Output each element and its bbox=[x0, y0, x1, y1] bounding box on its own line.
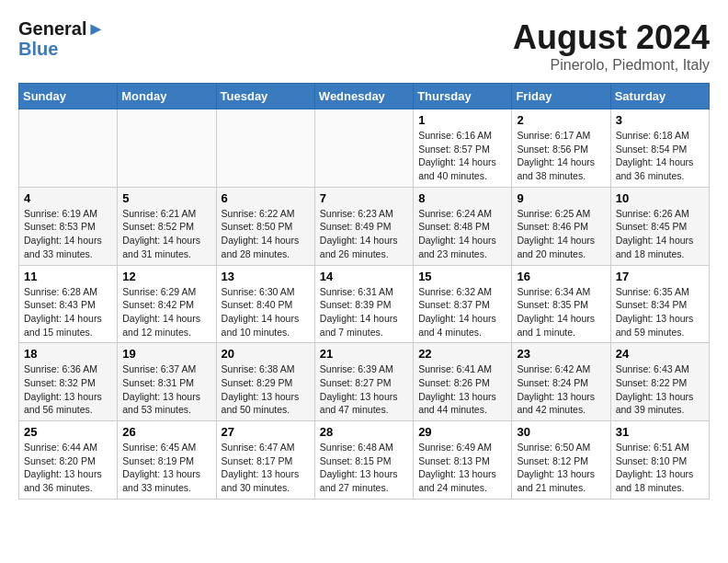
title-section: August 2024 Pinerolo, Piedmont, Italy bbox=[513, 18, 710, 74]
column-header-monday: Monday bbox=[118, 84, 216, 109]
calendar-cell: 28Sunrise: 6:48 AMSunset: 8:15 PMDayligh… bbox=[314, 421, 413, 500]
day-number: 14 bbox=[320, 270, 408, 283]
day-number: 15 bbox=[418, 270, 506, 283]
calendar-cell: 1Sunrise: 6:16 AMSunset: 8:57 PMDaylight… bbox=[414, 109, 512, 188]
column-header-saturday: Saturday bbox=[610, 84, 709, 109]
column-header-wednesday: Wednesday bbox=[314, 84, 413, 109]
day-number: 24 bbox=[616, 347, 704, 361]
day-info: Sunrise: 6:35 AMSunset: 8:34 PMDaylight:… bbox=[616, 285, 704, 339]
day-info: Sunrise: 6:41 AMSunset: 8:26 PMDaylight:… bbox=[418, 362, 506, 417]
calendar-cell bbox=[19, 109, 118, 188]
day-number: 5 bbox=[122, 191, 210, 205]
week-row: 1Sunrise: 6:16 AMSunset: 8:57 PMDaylight… bbox=[19, 109, 710, 188]
calendar-cell: 14Sunrise: 6:31 AMSunset: 8:39 PMDayligh… bbox=[314, 265, 413, 343]
week-row: 11Sunrise: 6:28 AMSunset: 8:43 PMDayligh… bbox=[19, 265, 710, 343]
calendar-cell: 16Sunrise: 6:34 AMSunset: 8:35 PMDayligh… bbox=[512, 265, 610, 343]
day-info: Sunrise: 6:38 AMSunset: 8:29 PMDaylight:… bbox=[222, 362, 310, 417]
day-info: Sunrise: 6:36 AMSunset: 8:32 PMDaylight:… bbox=[24, 362, 112, 417]
day-number: 8 bbox=[418, 191, 506, 205]
day-number: 31 bbox=[616, 425, 704, 439]
day-info: Sunrise: 6:45 AMSunset: 8:19 PMDaylight:… bbox=[122, 441, 210, 495]
page-header: General► Blue August 2024 Pinerolo, Pied… bbox=[18, 18, 710, 74]
day-number: 21 bbox=[320, 347, 408, 361]
calendar-cell bbox=[118, 109, 216, 188]
column-header-friday: Friday bbox=[512, 84, 610, 109]
day-info: Sunrise: 6:34 AMSunset: 8:35 PMDaylight:… bbox=[517, 285, 605, 339]
calendar-cell: 2Sunrise: 6:17 AMSunset: 8:56 PMDaylight… bbox=[512, 109, 610, 188]
calendar-cell: 20Sunrise: 6:38 AMSunset: 8:29 PMDayligh… bbox=[216, 343, 314, 421]
day-number: 27 bbox=[222, 425, 310, 439]
day-number: 28 bbox=[320, 425, 408, 439]
day-number: 30 bbox=[517, 425, 605, 439]
calendar-cell: 31Sunrise: 6:51 AMSunset: 8:10 PMDayligh… bbox=[610, 421, 709, 500]
day-info: Sunrise: 6:28 AMSunset: 8:43 PMDaylight:… bbox=[24, 285, 112, 339]
day-info: Sunrise: 6:26 AMSunset: 8:45 PMDaylight:… bbox=[616, 207, 704, 261]
day-info: Sunrise: 6:19 AMSunset: 8:53 PMDaylight:… bbox=[24, 207, 112, 261]
day-info: Sunrise: 6:23 AMSunset: 8:49 PMDaylight:… bbox=[320, 207, 408, 261]
calendar-cell: 23Sunrise: 6:42 AMSunset: 8:24 PMDayligh… bbox=[512, 343, 610, 421]
day-number: 23 bbox=[517, 347, 605, 361]
calendar-cell: 17Sunrise: 6:35 AMSunset: 8:34 PMDayligh… bbox=[610, 265, 709, 343]
calendar-cell bbox=[216, 109, 314, 188]
calendar-cell: 26Sunrise: 6:45 AMSunset: 8:19 PMDayligh… bbox=[118, 421, 216, 500]
day-info: Sunrise: 6:51 AMSunset: 8:10 PMDaylight:… bbox=[616, 441, 704, 495]
day-number: 6 bbox=[222, 191, 310, 205]
day-info: Sunrise: 6:49 AMSunset: 8:13 PMDaylight:… bbox=[418, 441, 506, 495]
month-title: August 2024 bbox=[513, 18, 710, 57]
calendar-cell: 29Sunrise: 6:49 AMSunset: 8:13 PMDayligh… bbox=[414, 421, 512, 500]
calendar-cell: 8Sunrise: 6:24 AMSunset: 8:48 PMDaylight… bbox=[414, 187, 512, 265]
column-header-tuesday: Tuesday bbox=[216, 84, 314, 109]
day-number: 26 bbox=[122, 425, 210, 439]
day-info: Sunrise: 6:50 AMSunset: 8:12 PMDaylight:… bbox=[517, 441, 605, 495]
day-number: 2 bbox=[517, 113, 605, 127]
day-info: Sunrise: 6:31 AMSunset: 8:39 PMDaylight:… bbox=[320, 285, 408, 339]
calendar-cell: 4Sunrise: 6:19 AMSunset: 8:53 PMDaylight… bbox=[19, 187, 118, 265]
day-info: Sunrise: 6:30 AMSunset: 8:40 PMDaylight:… bbox=[222, 285, 310, 339]
day-number: 12 bbox=[122, 270, 210, 283]
column-header-sunday: Sunday bbox=[19, 84, 118, 109]
header-row: SundayMondayTuesdayWednesdayThursdayFrid… bbox=[19, 84, 710, 109]
calendar-cell: 13Sunrise: 6:30 AMSunset: 8:40 PMDayligh… bbox=[216, 265, 314, 343]
day-info: Sunrise: 6:42 AMSunset: 8:24 PMDaylight:… bbox=[517, 362, 605, 417]
day-info: Sunrise: 6:21 AMSunset: 8:52 PMDaylight:… bbox=[122, 207, 210, 261]
day-info: Sunrise: 6:22 AMSunset: 8:50 PMDaylight:… bbox=[222, 207, 310, 261]
calendar-cell: 5Sunrise: 6:21 AMSunset: 8:52 PMDaylight… bbox=[118, 187, 216, 265]
day-info: Sunrise: 6:43 AMSunset: 8:22 PMDaylight:… bbox=[616, 362, 704, 417]
day-info: Sunrise: 6:47 AMSunset: 8:17 PMDaylight:… bbox=[222, 441, 310, 495]
day-number: 18 bbox=[24, 347, 112, 361]
day-number: 22 bbox=[418, 347, 506, 361]
day-number: 10 bbox=[616, 191, 704, 205]
location: Pinerolo, Piedmont, Italy bbox=[513, 57, 710, 74]
calendar-cell: 10Sunrise: 6:26 AMSunset: 8:45 PMDayligh… bbox=[610, 187, 709, 265]
day-info: Sunrise: 6:24 AMSunset: 8:48 PMDaylight:… bbox=[418, 207, 506, 261]
day-info: Sunrise: 6:17 AMSunset: 8:56 PMDaylight:… bbox=[517, 129, 605, 183]
calendar-cell: 25Sunrise: 6:44 AMSunset: 8:20 PMDayligh… bbox=[19, 421, 118, 500]
day-number: 29 bbox=[418, 425, 506, 439]
calendar-cell: 7Sunrise: 6:23 AMSunset: 8:49 PMDaylight… bbox=[314, 187, 413, 265]
calendar-cell: 9Sunrise: 6:25 AMSunset: 8:46 PMDaylight… bbox=[512, 187, 610, 265]
day-number: 3 bbox=[616, 113, 704, 127]
day-info: Sunrise: 6:18 AMSunset: 8:54 PMDaylight:… bbox=[616, 129, 704, 183]
column-header-thursday: Thursday bbox=[414, 84, 512, 109]
day-info: Sunrise: 6:44 AMSunset: 8:20 PMDaylight:… bbox=[24, 441, 112, 495]
calendar-cell: 11Sunrise: 6:28 AMSunset: 8:43 PMDayligh… bbox=[19, 265, 118, 343]
day-number: 7 bbox=[320, 191, 408, 205]
day-info: Sunrise: 6:25 AMSunset: 8:46 PMDaylight:… bbox=[517, 207, 605, 261]
day-info: Sunrise: 6:48 AMSunset: 8:15 PMDaylight:… bbox=[320, 441, 408, 495]
week-row: 4Sunrise: 6:19 AMSunset: 8:53 PMDaylight… bbox=[19, 187, 710, 265]
calendar-cell: 27Sunrise: 6:47 AMSunset: 8:17 PMDayligh… bbox=[216, 421, 314, 500]
calendar-cell: 15Sunrise: 6:32 AMSunset: 8:37 PMDayligh… bbox=[414, 265, 512, 343]
calendar-cell: 6Sunrise: 6:22 AMSunset: 8:50 PMDaylight… bbox=[216, 187, 314, 265]
calendar-cell: 12Sunrise: 6:29 AMSunset: 8:42 PMDayligh… bbox=[118, 265, 216, 343]
calendar-cell: 24Sunrise: 6:43 AMSunset: 8:22 PMDayligh… bbox=[610, 343, 709, 421]
day-number: 25 bbox=[24, 425, 112, 439]
day-number: 4 bbox=[24, 191, 112, 205]
day-info: Sunrise: 6:29 AMSunset: 8:42 PMDaylight:… bbox=[122, 285, 210, 339]
day-number: 16 bbox=[517, 270, 605, 283]
day-info: Sunrise: 6:16 AMSunset: 8:57 PMDaylight:… bbox=[418, 129, 506, 183]
logo-wordmark: General► Blue bbox=[18, 18, 105, 59]
day-number: 20 bbox=[222, 347, 310, 361]
calendar-cell: 30Sunrise: 6:50 AMSunset: 8:12 PMDayligh… bbox=[512, 421, 610, 500]
day-info: Sunrise: 6:32 AMSunset: 8:37 PMDaylight:… bbox=[418, 285, 506, 339]
calendar-cell: 21Sunrise: 6:39 AMSunset: 8:27 PMDayligh… bbox=[314, 343, 413, 421]
